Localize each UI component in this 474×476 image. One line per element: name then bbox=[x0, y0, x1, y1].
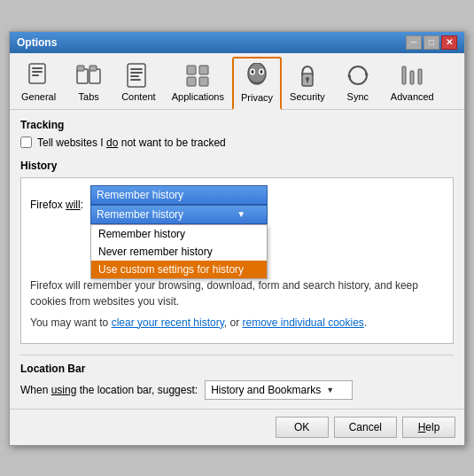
dropdown-option-remember[interactable]: Remember history bbox=[91, 225, 267, 243]
tab-privacy-label: Privacy bbox=[241, 92, 273, 103]
content-icon bbox=[124, 61, 152, 90]
content-area: Tracking Tell websites I do not want to … bbox=[10, 110, 464, 409]
tabs-icon bbox=[74, 61, 103, 90]
privacy-icon bbox=[243, 62, 271, 90]
ok-button[interactable]: OK bbox=[276, 417, 329, 438]
tab-security[interactable]: Security bbox=[282, 57, 333, 109]
svg-rect-28 bbox=[410, 71, 414, 84]
tracking-section: Tracking Tell websites I do not want to … bbox=[20, 119, 454, 149]
svg-rect-11 bbox=[130, 75, 139, 77]
tab-content-label: Content bbox=[121, 91, 156, 102]
help-button[interactable]: Help bbox=[402, 417, 455, 438]
tabs-toolbar: General Tabs bbox=[10, 53, 464, 110]
svg-rect-29 bbox=[418, 69, 422, 84]
window-title: Options bbox=[17, 36, 57, 49]
clear-history-link[interactable]: clear your recent history bbox=[112, 316, 224, 329]
tab-privacy[interactable]: Privacy bbox=[232, 57, 282, 110]
tab-applications-label: Applications bbox=[172, 91, 224, 102]
maximize-button[interactable]: □ bbox=[423, 35, 439, 50]
info-block: Firefox will remember your browsing, dow… bbox=[30, 277, 444, 331]
svg-rect-24 bbox=[307, 79, 308, 82]
tab-tabs-label: Tabs bbox=[79, 91, 99, 102]
svg-rect-2 bbox=[32, 71, 43, 73]
history-dropdown-display[interactable]: Remember history ▼ bbox=[90, 205, 268, 224]
svg-rect-7 bbox=[89, 66, 97, 71]
tab-sync-label: Sync bbox=[347, 91, 369, 102]
tab-advanced-label: Advanced bbox=[391, 91, 434, 102]
info-text-2: You may want to clear your recent histor… bbox=[30, 315, 444, 331]
advanced-icon bbox=[398, 61, 426, 90]
location-dropdown[interactable]: History and Bookmarks ▼ bbox=[205, 380, 353, 400]
security-icon bbox=[293, 61, 322, 90]
tab-content[interactable]: Content bbox=[113, 57, 164, 109]
tab-general-label: General bbox=[21, 91, 56, 102]
help-label-rest: elp bbox=[425, 421, 439, 433]
history-dropdown-button[interactable]: Remember history bbox=[90, 185, 268, 205]
info-text-1: Firefox will remember your browsing, dow… bbox=[30, 277, 444, 309]
location-bar-label: When using the location bar, suggest: bbox=[20, 384, 198, 396]
remove-cookies-link[interactable]: remove individual cookies bbox=[242, 316, 363, 329]
tab-applications[interactable]: Applications bbox=[164, 57, 232, 109]
bottom-buttons: OK Cancel Help bbox=[10, 409, 464, 445]
history-box: Firefox will: Remember history Remember … bbox=[20, 177, 454, 344]
svg-point-21 bbox=[260, 70, 263, 74]
close-button[interactable]: ✕ bbox=[441, 35, 457, 50]
tracking-label: Tell websites I do not want to be tracke… bbox=[37, 137, 226, 149]
dropdown-option-custom[interactable]: Use custom settings for history bbox=[91, 261, 267, 278]
tab-general[interactable]: General bbox=[13, 57, 64, 109]
svg-rect-1 bbox=[32, 67, 43, 69]
dropdown-arrow-icon: ▼ bbox=[237, 209, 245, 219]
tracking-checkbox[interactable] bbox=[20, 137, 32, 148]
title-bar: Options ─ □ ✕ bbox=[10, 32, 464, 53]
general-icon bbox=[25, 61, 53, 90]
firefox-will-label: Firefox will: bbox=[30, 199, 83, 211]
svg-rect-14 bbox=[199, 66, 208, 74]
options-window: Options ─ □ ✕ General bbox=[9, 31, 465, 446]
history-dropdown-wrapper: Remember history Remember history ▼ Reme… bbox=[90, 185, 268, 224]
svg-rect-9 bbox=[130, 68, 143, 70]
tab-security-label: Security bbox=[290, 91, 325, 102]
title-bar-buttons: ─ □ ✕ bbox=[406, 35, 457, 50]
location-bar-section: Location Bar When using the location bar… bbox=[20, 355, 454, 400]
svg-rect-6 bbox=[77, 66, 84, 71]
dropdown-selected-text: Remember history bbox=[97, 208, 183, 221]
svg-rect-0 bbox=[29, 64, 45, 83]
tracking-underline: do bbox=[106, 137, 118, 149]
svg-rect-10 bbox=[130, 72, 143, 74]
svg-rect-3 bbox=[32, 74, 39, 76]
location-dropdown-text: History and Bookmarks bbox=[211, 384, 321, 396]
location-dropdown-arrow-icon: ▼ bbox=[326, 386, 334, 394]
location-bar-section-label: Location Bar bbox=[20, 363, 454, 375]
location-row: When using the location bar, suggest: Hi… bbox=[20, 380, 454, 400]
svg-rect-15 bbox=[187, 77, 196, 86]
tracking-row: Tell websites I do not want to be tracke… bbox=[20, 137, 454, 149]
history-section: History Firefox will: Remember history R… bbox=[20, 160, 454, 344]
tab-tabs[interactable]: Tabs bbox=[64, 57, 113, 109]
history-section-label: History bbox=[20, 160, 454, 172]
info-prefix: You may want to bbox=[30, 316, 112, 329]
sync-icon bbox=[344, 61, 372, 90]
minimize-button[interactable]: ─ bbox=[406, 35, 422, 50]
tab-sync[interactable]: Sync bbox=[333, 57, 383, 109]
info-mid: , or bbox=[224, 316, 243, 329]
info-suffix: . bbox=[364, 316, 367, 329]
svg-rect-12 bbox=[130, 79, 141, 81]
svg-rect-16 bbox=[199, 77, 208, 86]
svg-point-20 bbox=[252, 70, 254, 74]
tracking-section-label: Tracking bbox=[20, 119, 454, 131]
firefox-will-row: Firefox will: Remember history Remember … bbox=[30, 185, 444, 224]
dropdown-option-never[interactable]: Never remember history bbox=[91, 243, 267, 261]
svg-rect-13 bbox=[187, 66, 196, 74]
applications-icon bbox=[183, 61, 212, 90]
history-dropdown-menu: Remember history Never remember history … bbox=[90, 224, 268, 279]
tab-advanced[interactable]: Advanced bbox=[383, 57, 442, 109]
location-dropdown-wrapper: History and Bookmarks ▼ bbox=[205, 380, 353, 400]
cancel-button[interactable]: Cancel bbox=[334, 417, 397, 438]
svg-rect-27 bbox=[402, 66, 406, 84]
